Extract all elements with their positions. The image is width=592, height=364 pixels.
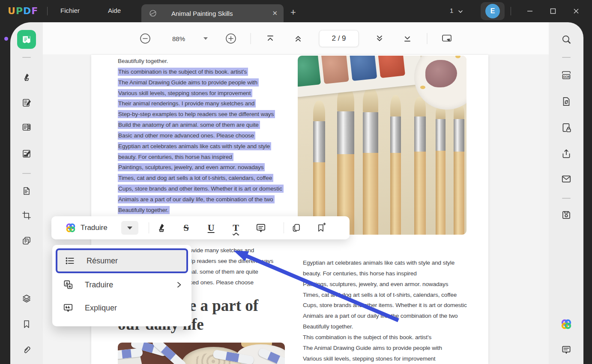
divider [22, 173, 31, 174]
ai-action-button[interactable]: Traduire [81, 224, 108, 232]
sidebar-item-convert[interactable] [558, 93, 575, 110]
convert-icon [561, 96, 572, 107]
pdf-image-paint-tubes [118, 343, 285, 364]
pdf-text-line: Egyptian art celebrates animals like cat… [303, 258, 467, 269]
summarize-list-icon [64, 255, 75, 266]
pdf-text-line: Animals are a part of our daily life, th… [303, 311, 467, 322]
presentation-icon [441, 33, 452, 44]
go-to-top-icon [265, 33, 275, 44]
mail-icon [561, 173, 572, 185]
sidebar-item-organize-pages[interactable] [18, 119, 35, 136]
menu-item-label: Expliquer [85, 304, 117, 313]
minimize-button[interactable] [524, 6, 536, 16]
next-page-button[interactable] [374, 33, 385, 44]
menu-item-explain[interactable]: Expliquer [52, 296, 191, 319]
sidebar-item-comment[interactable] [18, 69, 35, 86]
pdf-text-line: Paintings, sculptures, jewelry, and even… [303, 279, 467, 290]
account-button[interactable]: E [481, 2, 505, 20]
document-viewport[interactable]: Beautifully together. This combination i… [43, 54, 549, 364]
left-sidebar [10, 22, 43, 364]
go-to-bottom-icon [402, 33, 413, 44]
avatar: E [485, 4, 500, 18]
menu-item-summarize[interactable]: Résumer [56, 248, 188, 273]
zoom-dropdown[interactable] [203, 37, 208, 40]
sidebar-item-reader-mode[interactable] [17, 30, 36, 49]
underline-icon: U [208, 223, 215, 233]
selection-toolbar: Traduire S U T [51, 216, 350, 239]
bookmark-add-button[interactable] [309, 223, 334, 233]
sidebar-item-attachments[interactable] [18, 341, 35, 358]
pdf-text-line: Beautifully together. [303, 322, 467, 332]
sidebar-item-comment-panel[interactable] [558, 341, 575, 358]
chevron-down-icon[interactable] [457, 9, 463, 15]
title-bar: UPDF Fichier Aide Animal Painting Skills… [0, 0, 592, 22]
sidebar-item-bookmarks[interactable] [18, 316, 35, 333]
sidebar-item-email[interactable] [558, 170, 575, 188]
sidebar-item-search[interactable] [558, 31, 575, 48]
sidebar-item-edit-pdf[interactable] [18, 94, 35, 111]
layers-icon [21, 293, 32, 304]
zoom-in-icon [225, 33, 237, 45]
zoom-level: 88% [172, 35, 185, 42]
strikethrough-button[interactable]: S [174, 223, 199, 233]
document-toolbar: 88% 2 / 9 [43, 22, 549, 54]
last-page-button[interactable] [402, 33, 413, 44]
pdf-right-column: Egyptian art celebrates animals like cat… [303, 258, 467, 364]
close-icon [573, 8, 579, 14]
close-button[interactable] [570, 6, 582, 16]
zoom-out-button[interactable] [139, 33, 151, 45]
ai-action-dropdown-button[interactable] [121, 221, 138, 235]
pdf-text-line: Beautifully together. [118, 56, 284, 67]
menu-fichier[interactable]: Fichier [60, 7, 80, 14]
strikethrough-icon: S [184, 223, 189, 233]
pdf-image-brushes [298, 56, 466, 235]
pdf-text-line: Cups, store brands and other items. Whet… [303, 300, 467, 311]
zoom-out-icon [139, 33, 151, 45]
sidebar-item-crop-pages[interactable] [18, 207, 35, 224]
menu-item-translate[interactable]: Traduire [52, 273, 191, 296]
pdf-text-line: Times, cat and dog art sells a lot of t-… [118, 173, 284, 184]
presentation-mode-button[interactable] [441, 33, 452, 44]
paperclip-icon [21, 345, 32, 355]
sidebar-item-protect[interactable] [558, 119, 575, 136]
sidebar-item-updf-ai[interactable] [558, 316, 575, 333]
chevron-down-icon [203, 37, 208, 40]
previous-page-button[interactable] [293, 33, 303, 44]
edit-document-icon [21, 98, 32, 108]
pages-icon [21, 186, 32, 196]
divider [427, 33, 428, 44]
document-tab[interactable]: Animal Painting Skills ✕ [141, 4, 284, 22]
highlight-button[interactable] [149, 222, 174, 233]
menu-aide[interactable]: Aide [108, 7, 121, 14]
pdf-text-line: Beautifully together. [118, 205, 284, 216]
copy-button[interactable] [284, 223, 309, 233]
pdf-text-line: The Animal Drawing Guide aims to provide… [303, 343, 467, 354]
sidebar-item-ocr[interactable]: OCR [558, 67, 575, 84]
tab-close-icon[interactable]: ✕ [272, 9, 278, 17]
sidebar-item-layers[interactable] [18, 290, 35, 307]
pdf-text-line: Basic and other more advanced ones. Plea… [118, 131, 284, 141]
pdf-text-line: Cups, store brands and other items. Whet… [118, 184, 284, 194]
sidebar-item-page-tools[interactable] [18, 182, 35, 200]
comment-button[interactable] [248, 222, 273, 233]
sidebar-item-fill-sign[interactable] [18, 145, 35, 162]
sidebar-item-save[interactable] [558, 206, 575, 224]
first-page-button[interactable] [265, 33, 275, 44]
window-count-dropdown[interactable]: 1 [450, 7, 453, 14]
maximize-button[interactable] [547, 6, 559, 16]
paintbrush [454, 104, 464, 235]
menu-item-label: Traduire [85, 280, 113, 289]
ai-context-menu: Résumer Traduire [52, 245, 191, 326]
zoom-in-button[interactable] [225, 33, 237, 45]
underline-button[interactable]: U [199, 223, 224, 233]
squiggly-underline-button[interactable]: T [224, 223, 248, 233]
updf-logo: UPDF [8, 6, 38, 16]
bookmark-plus-icon [316, 223, 326, 233]
new-tab-button[interactable]: + [290, 7, 296, 18]
sidebar-item-share[interactable] [558, 145, 575, 162]
double-chevron-down-icon [374, 33, 385, 44]
paintbrush [414, 97, 426, 235]
page-indicator-input[interactable]: 2 / 9 [319, 30, 359, 47]
crop-icon [21, 210, 32, 221]
sidebar-item-slides[interactable] [18, 232, 35, 249]
